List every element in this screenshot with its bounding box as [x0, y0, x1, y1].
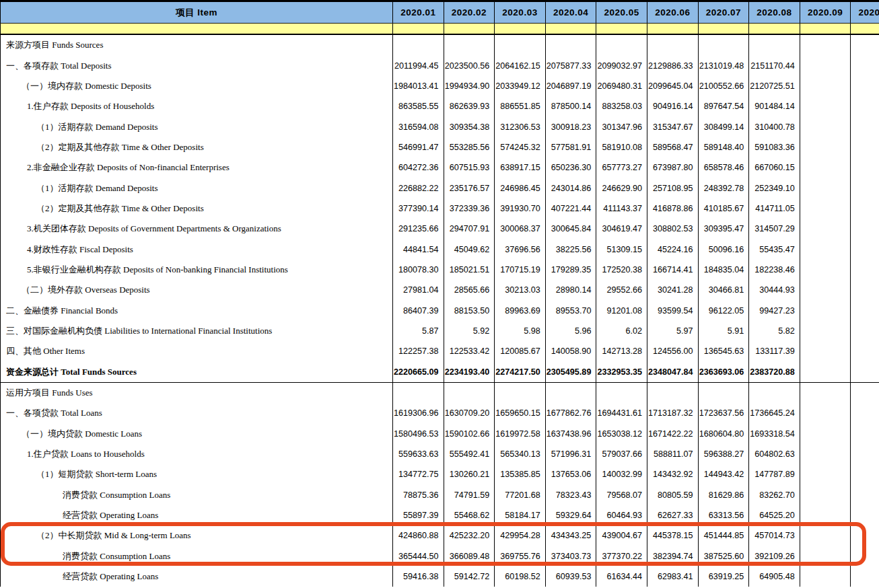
table-row: 二、金融债券 Financial Bonds86407.3988153.5089… — [1, 300, 879, 320]
table-row: （2）定期及其他存款 Time & Other Deposits377390.1… — [1, 198, 879, 219]
value-cell — [851, 321, 879, 341]
value-cell: 58184.17 — [495, 505, 546, 525]
value-cell: 140058.90 — [545, 341, 596, 361]
row-label: 来源方项目 Funds Sources — [1, 34, 393, 55]
value-cell — [647, 382, 698, 403]
value-cell: 80805.59 — [647, 485, 698, 505]
table-row: 1.住户贷款 Loans to Households559633.6355549… — [1, 444, 879, 464]
month-column-header: 2020.03 — [495, 1, 546, 24]
value-cell: 5.82 — [749, 321, 800, 341]
value-cell: 78323.43 — [545, 485, 596, 505]
value-cell: 30466.81 — [698, 280, 749, 300]
value-cell: 667060.15 — [749, 157, 800, 178]
value-cell: 60939.53 — [545, 566, 596, 587]
value-cell: 144943.42 — [698, 464, 749, 484]
value-cell: 1590102.66 — [444, 424, 495, 444]
row-label: （2）中长期贷款 Mid & Long-term Loans — [1, 525, 393, 546]
value-cell: 308802.53 — [647, 219, 698, 239]
value-cell — [851, 34, 879, 55]
value-cell: 638917.15 — [495, 157, 546, 178]
value-cell — [800, 198, 851, 219]
value-cell — [851, 362, 879, 383]
value-cell — [596, 34, 647, 55]
value-cell — [851, 157, 879, 178]
value-cell: 579037.66 — [596, 444, 647, 464]
value-cell: 2069480.31 — [596, 76, 647, 96]
value-cell: 60198.52 — [495, 566, 546, 587]
value-cell: 248392.78 — [698, 178, 749, 198]
value-cell: 86407.39 — [393, 300, 444, 320]
row-label: （1）活期存款 Demand Deposits — [1, 178, 393, 198]
row-label: 经营贷款 Operating Loans — [1, 505, 393, 525]
value-cell: 2131019.48 — [698, 55, 749, 75]
value-cell: 2100552.66 — [698, 76, 749, 96]
value-cell — [800, 96, 851, 116]
subheader-cell — [800, 24, 851, 35]
value-cell: 143432.92 — [647, 464, 698, 484]
value-cell: 410185.67 — [698, 198, 749, 219]
value-cell — [851, 424, 879, 444]
value-cell: 312306.53 — [495, 116, 546, 137]
value-cell: 1630709.20 — [444, 403, 495, 423]
row-label: 1.住户贷款 Loans to Households — [1, 444, 393, 464]
month-column-header: 2020.05 — [596, 1, 647, 24]
value-cell: 246629.90 — [596, 178, 647, 198]
value-cell: 2033949.12 — [495, 76, 546, 96]
value-cell: 1677862.76 — [545, 403, 596, 423]
value-cell — [800, 546, 851, 566]
value-cell — [851, 464, 879, 484]
subheader-cell — [698, 24, 749, 35]
value-cell — [800, 444, 851, 464]
value-cell: 565340.13 — [495, 444, 546, 464]
value-cell — [596, 382, 647, 403]
funds-statistics-sheet: 项目 Item 2020.012020.022020.032020.042020… — [0, 0, 879, 588]
value-cell — [800, 382, 851, 403]
value-cell — [800, 464, 851, 484]
value-cell — [851, 239, 879, 259]
value-cell: 429954.28 — [495, 525, 546, 546]
value-cell: 28980.14 — [545, 280, 596, 300]
value-cell: 2129886.33 — [647, 55, 698, 75]
row-label: 运用方项目 Funds Uses — [1, 382, 393, 403]
table-row: 4.财政性存款 Fiscal Deposits44841.5445049.623… — [1, 239, 879, 259]
value-cell: 291235.66 — [393, 219, 444, 239]
header-row: 项目 Item 2020.012020.022020.032020.042020… — [1, 1, 879, 24]
value-cell — [851, 546, 879, 566]
value-cell: 184835.04 — [698, 260, 749, 280]
value-cell: 411143.37 — [596, 198, 647, 219]
value-cell: 451444.85 — [698, 525, 749, 546]
value-cell: 134772.75 — [393, 464, 444, 484]
row-label: （二）境外存款 Overseas Deposits — [1, 280, 393, 300]
value-cell: 2332953.35 — [596, 362, 647, 383]
value-cell: 434343.25 — [545, 525, 596, 546]
value-cell — [495, 382, 546, 403]
value-cell: 38225.56 — [545, 239, 596, 259]
table-row: 经营贷款 Operating Loans59416.3859142.726019… — [1, 566, 879, 587]
value-cell — [647, 34, 698, 55]
value-cell: 588811.07 — [647, 444, 698, 464]
subheader-cell — [444, 24, 495, 35]
value-cell: 74791.59 — [444, 485, 495, 505]
value-cell: 294707.91 — [444, 219, 495, 239]
value-cell — [495, 34, 546, 55]
value-cell: 60464.93 — [596, 505, 647, 525]
value-cell: 88153.50 — [444, 300, 495, 320]
value-cell: 50096.16 — [698, 239, 749, 259]
value-cell: 1619972.58 — [495, 424, 546, 444]
value-cell: 124556.00 — [647, 341, 698, 361]
value-cell: 59329.64 — [545, 505, 596, 525]
value-cell — [800, 485, 851, 505]
value-cell: 5.91 — [698, 321, 749, 341]
value-cell — [800, 525, 851, 546]
table-header: 项目 Item 2020.012020.022020.032020.042020… — [1, 1, 879, 35]
value-cell: 142713.28 — [596, 341, 647, 361]
value-cell: 257108.95 — [647, 178, 698, 198]
value-cell: 407221.44 — [545, 198, 596, 219]
value-cell — [851, 403, 879, 423]
value-cell — [800, 403, 851, 423]
value-cell: 904916.14 — [647, 96, 698, 116]
value-cell: 30213.03 — [495, 280, 546, 300]
value-cell: 309395.47 — [698, 219, 749, 239]
table-row: 5.非银行业金融机构存款 Deposits of Non-banking Fin… — [1, 260, 879, 280]
value-cell: 414711.05 — [749, 198, 800, 219]
